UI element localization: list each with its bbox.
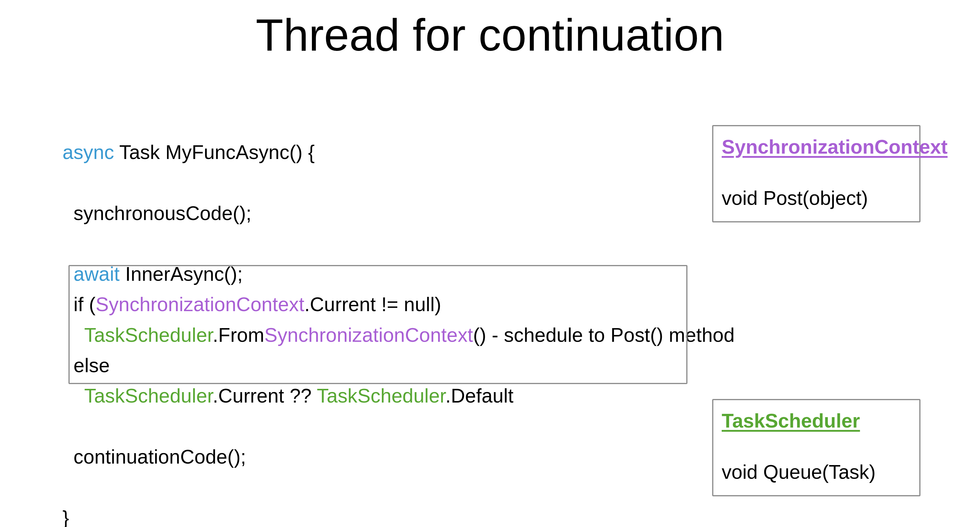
slide-title: Thread for continuation [0,9,980,61]
type-synchronizationcontext: SynchronizationContext [95,293,304,315]
code-text: if ( [62,293,95,315]
type-synchronizationcontext: SynchronizationContext [264,324,473,346]
code-text [62,385,84,407]
code-text: } [62,507,69,527]
code-text: else [62,354,110,376]
card-title-taskscheduler: TaskScheduler [722,406,911,436]
synchronizationcontext-card: SynchronizationContext void Post(object) [712,125,921,223]
code-block: async Task MyFuncAsync() { synchronousCo… [62,137,735,527]
code-text: .From [213,324,264,346]
code-text: synchronousCode(); [62,202,251,224]
card-method: void Post(object) [722,183,911,213]
code-text: Task MyFuncAsync() { [114,141,315,163]
code-text: .Current ?? [213,385,317,407]
code-text [62,324,84,346]
code-text: () - schedule to Post() method [473,324,735,346]
code-text: continuationCode(); [62,446,246,468]
code-text: InnerAsync(); [119,263,243,285]
code-text: .Current != null) [304,293,441,315]
type-taskscheduler: TaskScheduler [84,385,213,407]
card-title-synchronizationcontext: SynchronizationContext [722,132,911,162]
card-method: void Queue(Task) [722,457,911,487]
keyword-await: await [62,263,119,285]
code-text: .Default [445,385,513,407]
type-taskscheduler: TaskScheduler [317,385,445,407]
type-taskscheduler: TaskScheduler [84,324,213,346]
taskscheduler-card: TaskScheduler void Queue(Task) [712,399,921,496]
keyword-async: async [62,141,114,163]
